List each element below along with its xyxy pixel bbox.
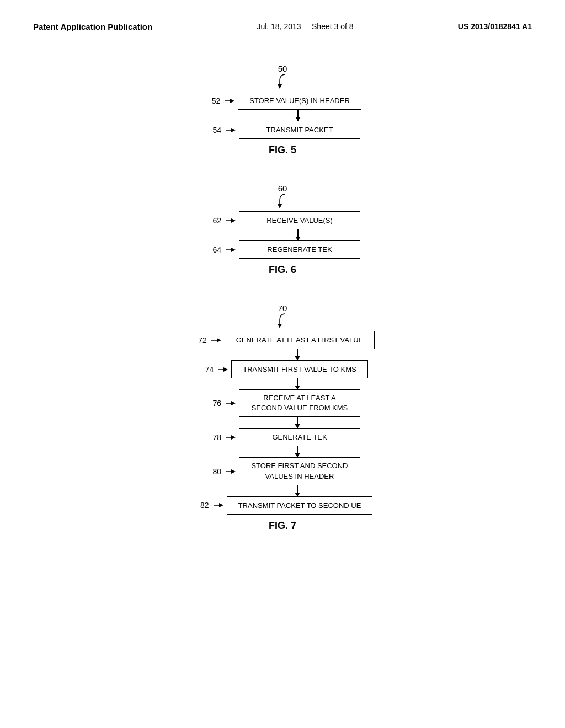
fig5-label-52: 52 [204, 97, 220, 105]
fig5-arrow-52 [225, 97, 236, 105]
fig6-step-62: 62 RECEIVE VALUE(S) [205, 211, 360, 229]
svg-marker-10 [278, 324, 282, 328]
fig7-step-72: 72 GENERATE AT LEAST A FIRST VALUE [190, 331, 375, 349]
fig5-arrow-54 [226, 126, 237, 134]
fig7-box-76: RECEIVE AT LEAST A SECOND VALUE FROM KMS [239, 389, 360, 417]
fig6-arrow-62 [226, 217, 237, 224]
fig6-label-64: 64 [205, 245, 221, 254]
fig6-start-arrow [274, 193, 291, 208]
fig7-box-80-line1: STORE FIRST AND SECOND [251, 462, 348, 470]
fig7-arrow-82 [214, 501, 225, 509]
fig7-label-76: 76 [205, 399, 221, 408]
flow-7: 70 72 GENERATE AT LEAST A [190, 303, 375, 515]
fig6-step-64: 64 REGENERATE TEK [205, 240, 360, 259]
fig5-start-num: 50 [278, 64, 287, 73]
fig6-label: FIG. 6 [269, 264, 296, 276]
fig7-label-82: 82 [193, 501, 209, 510]
fig7-arrow-1 [297, 349, 298, 360]
fig7-label-72: 72 [190, 336, 207, 345]
fig7-arrow-80 [226, 468, 237, 475]
fig6-start-num: 60 [278, 184, 287, 193]
svg-marker-22 [219, 503, 223, 507]
fig7-arrow-78 [226, 433, 237, 441]
fig7-step-80: 80 STORE FIRST AND SECOND VALUES IN HEAD… [205, 457, 360, 485]
page-header: Patent Application Publication Jul. 18, … [33, 22, 532, 36]
svg-marker-18 [231, 435, 236, 440]
fig5-step-54: 54 TRANSMIT PACKET [205, 121, 360, 139]
fig7-box-78: GENERATE TEK [239, 428, 360, 446]
figure-6: 60 62 RECEIVE VALUE(S) [205, 184, 360, 276]
fig5-curve-svg [274, 73, 291, 89]
svg-marker-2 [230, 99, 234, 103]
fig7-box-80-line2: VALUES IN HEADER [265, 472, 334, 480]
fig6-start: 60 [274, 184, 291, 208]
fig7-step-76: 76 RECEIVE AT LEAST A SECOND VALUE FROM … [205, 389, 360, 417]
patent-number: US 2013/0182841 A1 [458, 22, 532, 31]
svg-marker-14 [223, 367, 228, 372]
fig6-box-62: RECEIVE VALUE(S) [239, 211, 360, 229]
fig7-step-78: 78 GENERATE TEK [205, 428, 360, 446]
svg-marker-4 [231, 128, 236, 132]
fig7-box-72: GENERATE AT LEAST A FIRST VALUE [225, 331, 375, 349]
fig7-box-76-line1: RECEIVE AT LEAST A [263, 394, 336, 402]
flow-5: 50 52 STORE VALUE(S) IN HE [204, 64, 361, 139]
fig7-start-arrow [274, 313, 291, 328]
svg-marker-7 [231, 218, 236, 223]
fig7-arrow-72 [211, 336, 222, 344]
fig6-arrow-between [297, 229, 299, 240]
fig7-label-80: 80 [205, 467, 221, 476]
date-sheet: Jul. 18, 2013 Sheet 3 of 8 [257, 22, 353, 31]
svg-marker-5 [278, 204, 282, 208]
fig5-step-52: 52 STORE VALUE(S) IN HEADER [204, 92, 361, 110]
date: Jul. 18, 2013 [257, 22, 301, 31]
svg-marker-0 [278, 84, 282, 89]
fig6-label-62: 62 [205, 216, 221, 225]
fig7-arrow-2 [297, 378, 298, 389]
fig7-arrow-4 [297, 446, 298, 457]
svg-marker-12 [217, 338, 221, 342]
fig7-step-74: 74 TRANSMIT FIRST VALUE TO KMS [197, 360, 367, 378]
svg-marker-20 [231, 469, 236, 474]
fig7-label: FIG. 7 [269, 520, 296, 532]
fig7-box-74: TRANSMIT FIRST VALUE TO KMS [231, 360, 367, 378]
fig5-arrow-between [297, 110, 299, 121]
fig5-box-54: TRANSMIT PACKET [239, 121, 360, 139]
fig7-arrow-5 [297, 485, 298, 496]
fig7-label-74: 74 [197, 365, 214, 374]
fig5-box-52: STORE VALUE(S) IN HEADER [238, 92, 361, 110]
fig7-start: 70 [274, 303, 291, 328]
fig6-box-64: REGENERATE TEK [239, 240, 360, 259]
fig7-arrow-76 [226, 399, 237, 407]
fig7-box-82: TRANSMIT PACKET TO SECOND UE [227, 496, 373, 515]
fig6-arrow-64 [226, 246, 237, 254]
fig7-curve-svg [274, 313, 291, 328]
fig7-box-80: STORE FIRST AND SECOND VALUES IN HEADER [239, 457, 360, 485]
fig7-box-76-line2: SECOND VALUE FROM KMS [252, 404, 348, 412]
flow-6: 60 62 RECEIVE VALUE(S) [205, 184, 360, 259]
fig7-label-78: 78 [205, 433, 221, 442]
figures-container: 50 52 STORE VALUE(S) IN HE [33, 53, 532, 532]
fig5-label: FIG. 5 [269, 144, 296, 156]
svg-marker-16 [231, 401, 236, 405]
fig5-start-arrow [274, 73, 291, 89]
page: Patent Application Publication Jul. 18, … [0, 0, 565, 728]
fig7-arrow-74 [218, 366, 229, 373]
fig5-start: 50 [274, 64, 291, 89]
svg-marker-9 [231, 248, 236, 252]
publication-label: Patent Application Publication [33, 22, 152, 31]
figure-7: 70 72 GENERATE AT LEAST A [190, 303, 375, 532]
fig7-step-82: 82 TRANSMIT PACKET TO SECOND UE [193, 496, 373, 515]
sheet: Sheet 3 of 8 [312, 22, 354, 31]
figure-5: 50 52 STORE VALUE(S) IN HE [204, 64, 361, 156]
fig5-label-54: 54 [205, 126, 221, 135]
fig7-start-num: 70 [278, 303, 287, 313]
fig6-curve-svg [274, 193, 291, 208]
fig7-arrow-3 [297, 417, 298, 428]
